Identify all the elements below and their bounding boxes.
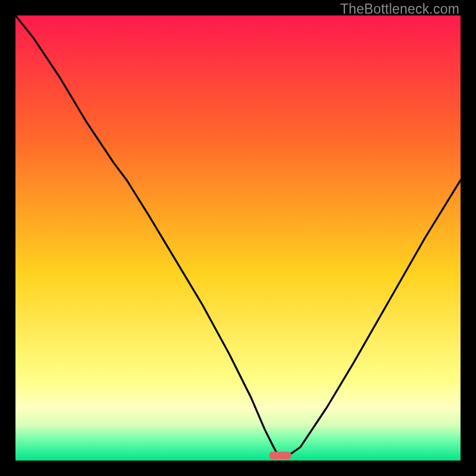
bottleneck-chart <box>15 15 461 461</box>
watermark-text: TheBottleneck.com <box>340 1 459 17</box>
optimal-marker <box>269 452 291 459</box>
chart-frame <box>15 15 461 461</box>
gradient-background <box>15 15 461 461</box>
